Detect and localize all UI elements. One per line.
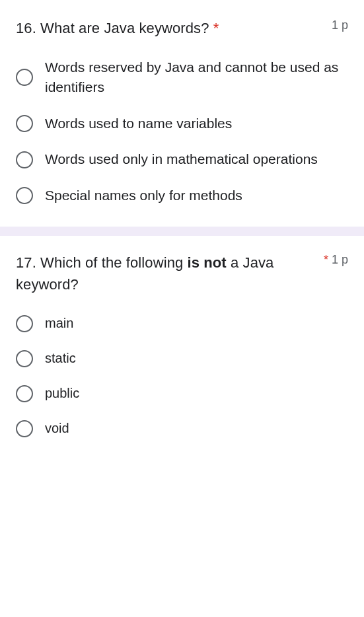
option-2[interactable]: Words used to name variables — [16, 114, 348, 133]
option-4[interactable]: void — [16, 419, 348, 438]
question-card-16: 16. What are Java keywords? * 1 p Words … — [0, 0, 364, 227]
radio-icon — [16, 315, 33, 332]
radio-icon — [16, 69, 33, 86]
options-list: main static public void — [16, 314, 348, 438]
question-title: 16. What are Java keywords? * — [16, 17, 219, 39]
question-header: 16. What are Java keywords? * 1 p — [16, 17, 348, 39]
question-number: 17. — [16, 254, 36, 271]
radio-icon — [16, 115, 33, 132]
radio-icon — [16, 385, 33, 402]
option-label: Words used to name variables — [45, 114, 232, 133]
option-3[interactable]: Words used only in mathematical operatio… — [16, 149, 348, 169]
option-label: Words reserved by Java and cannot be use… — [45, 57, 348, 98]
option-2[interactable]: static — [16, 349, 348, 368]
option-label: public — [45, 384, 79, 403]
question-points: 1 p — [332, 17, 348, 32]
question-number: 16. — [16, 20, 36, 36]
required-mark: * — [213, 20, 219, 36]
radio-icon — [16, 420, 33, 437]
card-separator — [0, 227, 364, 236]
option-1[interactable]: main — [16, 314, 348, 333]
option-label: main — [45, 314, 73, 333]
option-label: void — [45, 419, 69, 438]
question-points: * 1 p — [324, 252, 348, 267]
question-text: What are Java keywords? — [40, 20, 209, 36]
radio-icon — [16, 350, 33, 367]
question-text-bold: is not — [188, 254, 227, 271]
option-3[interactable]: public — [16, 384, 348, 403]
options-list: Words reserved by Java and cannot be use… — [16, 57, 348, 205]
option-1[interactable]: Words reserved by Java and cannot be use… — [16, 57, 348, 98]
question-text-before: Which of the following — [40, 254, 187, 271]
option-label: Special names only for methods — [45, 186, 242, 205]
radio-icon — [16, 187, 33, 204]
question-title: 17. Which of the following is not a Java… — [16, 252, 313, 295]
option-4[interactable]: Special names only for methods — [16, 186, 348, 205]
points-text: 1 p — [332, 253, 348, 266]
question-card-17: 17. Which of the following is not a Java… — [0, 236, 364, 459]
question-header: 17. Which of the following is not a Java… — [16, 252, 348, 295]
radio-icon — [16, 151, 33, 168]
option-label: Words used only in mathematical operatio… — [45, 149, 318, 169]
required-mark: * — [324, 253, 328, 266]
option-label: static — [45, 349, 76, 368]
